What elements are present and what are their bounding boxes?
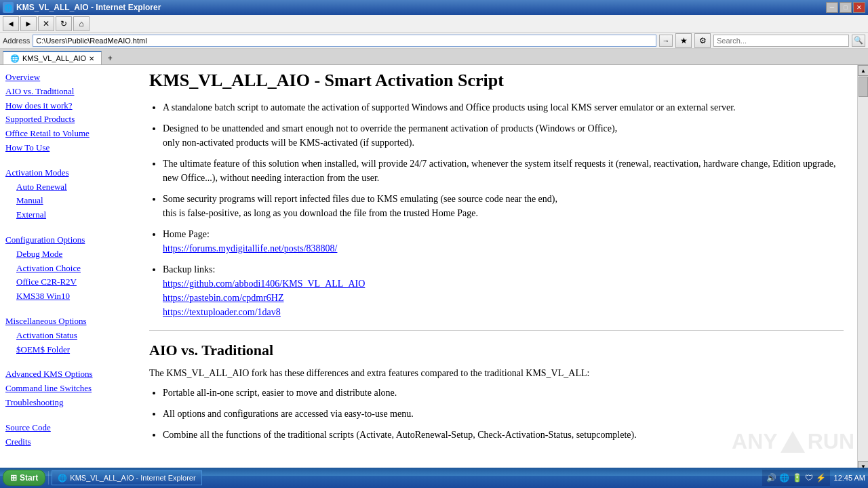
go-button[interactable]: → (659, 35, 673, 47)
bullet-1: A standalone batch script to automate th… (163, 100, 844, 115)
address-input[interactable] (33, 35, 656, 47)
taskbar-right: 🔊 🌐 🔋 🛡 ⚡ 12:45 AM (762, 470, 865, 486)
bullet-4: Some security programs will report infec… (163, 192, 844, 220)
scrollbar[interactable]: ▲ ▼ (857, 65, 868, 472)
sidebar-item-how-to-use[interactable]: How To Use (5, 141, 130, 155)
main-title: KMS_VL_ALL_AIO (149, 70, 310, 90)
toolbar: ◄ ► ✕ ↻ ⌂ (0, 15, 868, 33)
browser-content: Overview AIO vs. Traditional How does it… (0, 65, 868, 472)
tab-icon: 🌐 (10, 54, 20, 63)
sidebar-item-trouble[interactable]: Troubleshooting (5, 396, 130, 410)
section-separator (149, 330, 844, 331)
sidebar-nav: Overview AIO vs. Traditional How does it… (0, 65, 136, 472)
s2-bullet-2: All options and configurations are acces… (163, 407, 844, 421)
forward-button[interactable]: ► (20, 16, 37, 31)
sidebar-item-config[interactable]: Configuration Options (5, 233, 130, 247)
sidebar-item-how-does[interactable]: How does it work? (5, 99, 130, 113)
refresh-button[interactable]: ↻ (56, 16, 72, 31)
taskbar-ie-label: KMS_VL_ALL_AIO - Internet Explorer (70, 474, 195, 482)
app-icon: 🌐 (3, 2, 14, 13)
backup-label: Backup links: (163, 264, 215, 274)
sys-tray: 🔊 🌐 🔋 🛡 ⚡ (762, 470, 830, 486)
new-tab-button[interactable]: + (103, 52, 117, 64)
tab-close-button[interactable]: ✕ (89, 55, 94, 62)
sidebar-item-misc[interactable]: Miscellaneous Options (5, 314, 130, 329)
sidebar-item-overview[interactable]: Overview (5, 70, 130, 85)
sidebar-item-auto-renewal[interactable]: Auto Renewal (5, 180, 130, 195)
sidebar-item-aio[interactable]: AIO vs. Traditional (5, 85, 130, 99)
homepage-label: Home Page: (163, 229, 210, 239)
window-controls[interactable]: ─ □ ✕ (826, 2, 865, 13)
start-button[interactable]: ⊞ Start (3, 470, 45, 486)
section2-bullet-list: Portable all-in-one script, easier to mo… (163, 386, 844, 442)
restore-button[interactable]: □ (840, 2, 852, 13)
address-label: Address (3, 37, 30, 45)
main-heading: KMS_VL_ALL_AIO - Smart Activation Script (149, 70, 844, 91)
tools-button[interactable]: ⚙ (694, 33, 711, 48)
clock: 12:45 AM (834, 474, 865, 482)
stop-button[interactable]: ✕ (38, 16, 54, 31)
taskbar-ie-item[interactable]: 🌐 KMS_VL_ALL_AIO - Internet Explorer (52, 470, 201, 485)
sidebar-item-activation-modes[interactable]: Activation Modes (5, 166, 130, 180)
sidebar-item-office-c2r[interactable]: Office C2R-R2V (5, 275, 130, 289)
main-subtitle: - Smart Activation Script (310, 70, 504, 90)
homepage-link[interactable]: https://forums.mydigitallife.net/posts/8… (163, 243, 337, 253)
s2-bullet-1: Portable all-in-one script, easier to mo… (163, 386, 844, 400)
security-icon: 🛡 (805, 473, 813, 483)
tab-label: KMS_VL_ALL_AIO (22, 54, 86, 62)
battery-icon: 🔋 (792, 473, 802, 483)
sidebar-item-act-status[interactable]: Activation Status (5, 329, 130, 343)
backup-link-3[interactable]: https://textuploader.com/1dav8 (163, 307, 281, 317)
sidebar-item-external[interactable]: External (5, 208, 130, 222)
section2-intro: The KMS_VL_ALL_AIO fork has these differ… (149, 366, 844, 380)
scroll-thumb[interactable] (859, 77, 868, 97)
window-title: KMS_VL_ALL_AIO - Internet Explorer (16, 3, 826, 12)
sidebar-item-credits[interactable]: Credits (5, 435, 130, 449)
taskbar-separator (48, 471, 49, 485)
minimize-button[interactable]: ─ (826, 2, 838, 13)
homepage-item: Home Page: https://forums.mydigitallife.… (163, 227, 844, 256)
backup-link-2[interactable]: https://pastebin.com/cpdmr6HZ (163, 293, 283, 303)
title-bar: 🌐 KMS_VL_ALL_AIO - Internet Explorer ─ □… (0, 0, 868, 15)
network-icon: 🌐 (779, 473, 789, 483)
active-tab[interactable]: 🌐 KMS_VL_ALL_AIO ✕ (3, 51, 102, 64)
tab-bar: 🌐 KMS_VL_ALL_AIO ✕ + (0, 49, 868, 65)
main-bullet-list: A standalone batch script to automate th… (163, 100, 844, 220)
sidebar-item-source[interactable]: Source Code (5, 421, 130, 435)
sidebar-item-office-retail[interactable]: Office Retail to Volume (5, 127, 130, 141)
address-bar-row: Address → ★ ⚙ 🔍 (0, 33, 868, 49)
section2-heading: AIO vs. Traditional (149, 342, 844, 359)
sidebar-item-kms38[interactable]: KMS38 Win10 (5, 289, 130, 304)
sidebar-item-advanced[interactable]: Advanced KMS Options (5, 367, 130, 382)
scroll-up-button[interactable]: ▲ (858, 65, 868, 76)
back-button[interactable]: ◄ (3, 16, 19, 31)
volume-icon: 🔊 (766, 473, 776, 483)
start-label: Start (20, 473, 38, 483)
links-list: Home Page: https://forums.mydigitallife.… (163, 227, 844, 319)
sidebar-item-cmdline[interactable]: Command line Switches (5, 382, 130, 396)
s2-bullet-3: Combine all the functions of the traditi… (163, 428, 844, 442)
backup-item: Backup links: https://github.com/abbodi1… (163, 262, 844, 319)
taskbar-ie-icon: 🌐 (58, 474, 67, 483)
sidebar-item-manual[interactable]: Manual (5, 194, 130, 208)
sidebar-item-debug[interactable]: Debug Mode (5, 247, 130, 262)
bullet-2: Designed to be unattended and smart enou… (163, 121, 844, 150)
backup-link-1[interactable]: https://github.com/abbodi1406/KMS_VL_ALL… (163, 279, 365, 289)
close-button[interactable]: ✕ (853, 2, 865, 13)
search-button[interactable]: 🔍 (852, 35, 865, 47)
main-content: KMS_VL_ALL_AIO - Smart Activation Script… (136, 65, 857, 472)
search-input[interactable] (713, 35, 849, 47)
sidebar-item-oem[interactable]: $OEM$ Folder (5, 343, 130, 357)
sidebar-item-supported[interactable]: Supported Products (5, 113, 130, 127)
bullet-3: The ultimate feature of this solution wh… (163, 157, 844, 185)
taskbar: ⊞ Start 🌐 KMS_VL_ALL_AIO - Internet Expl… (0, 468, 868, 488)
scroll-track[interactable] (858, 76, 868, 461)
favorites-button[interactable]: ★ (675, 33, 692, 48)
gpu-icon: ⚡ (816, 473, 826, 483)
page-wrapper: Overview AIO vs. Traditional How does it… (0, 65, 868, 472)
home-button[interactable]: ⌂ (73, 16, 90, 31)
start-icon: ⊞ (10, 473, 17, 483)
sidebar-item-act-choice[interactable]: Activation Choice (5, 262, 130, 276)
